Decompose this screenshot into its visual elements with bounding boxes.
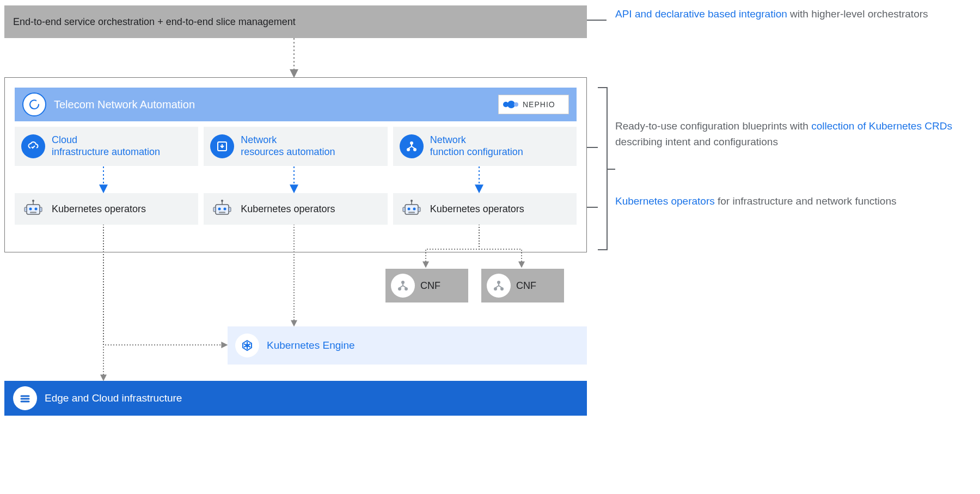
kubernetes-operators-box: Kubernetes operators (393, 193, 577, 225)
annotation-connector (587, 207, 598, 208)
pillar-network-function: Network function configuration (393, 127, 577, 166)
svg-point-41 (246, 344, 248, 347)
annotation-crds: Ready-to-use configuration blueprints wi… (615, 119, 958, 150)
svg-rect-16 (24, 207, 27, 212)
svg-point-31 (411, 200, 413, 202)
pillar-line2: infrastructure automation (52, 146, 160, 158)
nephio-label: NEPHIO (523, 100, 555, 109)
cnf-label: CNF (516, 280, 536, 292)
annotation-blue: Kubernetes operators (615, 195, 715, 207)
kubernetes-engine-box: Kubernetes Engine (228, 326, 587, 365)
annotation-api-integration: API and declarative based integration wi… (615, 7, 958, 22)
pillar-line2: resources automation (241, 146, 335, 158)
pillar-line2: function configuration (430, 146, 523, 158)
telecom-network-automation-box: Telecom Network Automation NEPHIO Cloud … (4, 77, 587, 252)
svg-point-8 (407, 149, 409, 151)
svg-point-19 (218, 208, 221, 211)
cnf-box: CNF (385, 269, 468, 302)
edge-cloud-label: Edge and Cloud infrastructure (45, 392, 182, 404)
robot-icon (400, 197, 424, 221)
cloud-check-icon (21, 134, 45, 158)
svg-rect-32 (403, 207, 405, 212)
svg-rect-13 (30, 212, 36, 213)
branch-icon (391, 274, 415, 298)
kubernetes-operators-box: Kubernetes operators (204, 193, 387, 225)
svg-rect-17 (40, 207, 42, 212)
branch-icon (487, 274, 511, 298)
kubernetes-engine-label: Kubernetes Engine (267, 339, 355, 351)
annotation-text: describing intent and configurations (615, 136, 778, 147)
svg-point-7 (411, 142, 413, 144)
svg-point-38 (494, 288, 497, 290)
svg-line-45 (248, 344, 250, 345)
annotation-connector (587, 20, 607, 21)
top-orchestration-bar: End-to-end service orchestration + end-t… (4, 5, 587, 38)
svg-point-27 (407, 208, 410, 211)
import-icon (210, 134, 234, 158)
svg-point-37 (498, 281, 500, 283)
svg-rect-24 (213, 207, 216, 212)
pillar-cloud-infra: Cloud infrastructure automation (15, 127, 198, 166)
tna-header: Telecom Network Automation NEPHIO (15, 88, 577, 121)
pillar-line1: Network (241, 134, 335, 146)
annotation-bracket (598, 87, 608, 250)
svg-point-12 (35, 208, 38, 211)
pillar-line1: Network (430, 134, 523, 146)
operators-label: Kubernetes operators (52, 203, 146, 215)
top-orchestration-label: End-to-end service orchestration + end-t… (13, 16, 296, 28)
annotation-operators: Kubernetes operators for infrastructure … (615, 194, 958, 209)
svg-point-36 (405, 288, 407, 290)
svg-rect-33 (418, 207, 420, 212)
svg-point-20 (224, 208, 226, 211)
svg-rect-29 (408, 212, 415, 213)
stack-icon (13, 386, 37, 410)
annotation-connector (587, 147, 598, 148)
operators-label: Kubernetes operators (241, 203, 335, 215)
svg-point-11 (29, 208, 32, 211)
svg-point-34 (402, 281, 404, 283)
robot-icon (21, 197, 45, 221)
svg-rect-21 (219, 212, 225, 213)
pillar-network-resources: Network resources automation (204, 127, 387, 166)
svg-point-35 (399, 288, 401, 290)
kubernetes-icon (235, 334, 259, 357)
kubernetes-operators-box: Kubernetes operators (15, 193, 198, 225)
annotation-text: with higher-level orchestrators (787, 8, 928, 20)
operators-label: Kubernetes operators (430, 203, 524, 215)
nephio-logo-icon (503, 100, 519, 109)
svg-line-46 (244, 346, 246, 347)
annotation-blue: collection of Kubernetes CRDs (811, 120, 952, 132)
svg-point-28 (413, 208, 415, 211)
svg-point-23 (221, 200, 223, 202)
svg-line-44 (244, 344, 246, 345)
cycle-icon (22, 92, 46, 116)
pillar-line1: Cloud (52, 134, 160, 146)
svg-point-9 (414, 149, 416, 151)
annotation-text: Ready-to-use configuration blueprints wi… (615, 120, 811, 132)
annotation-blue: API and declarative based integration (615, 8, 787, 20)
cnf-box: CNF (481, 269, 564, 302)
branch-icon (400, 134, 424, 158)
svg-point-39 (501, 288, 503, 290)
nephio-badge: NEPHIO (498, 95, 569, 114)
svg-rect-25 (229, 207, 231, 212)
svg-point-15 (32, 200, 34, 202)
annotation-text: for infrastructure and network functions (715, 195, 897, 207)
cnf-label: CNF (420, 280, 440, 292)
edge-cloud-infrastructure-bar: Edge and Cloud infrastructure (4, 381, 587, 416)
tna-title: Telecom Network Automation (54, 98, 195, 111)
svg-line-47 (248, 346, 250, 347)
robot-icon (210, 197, 234, 221)
